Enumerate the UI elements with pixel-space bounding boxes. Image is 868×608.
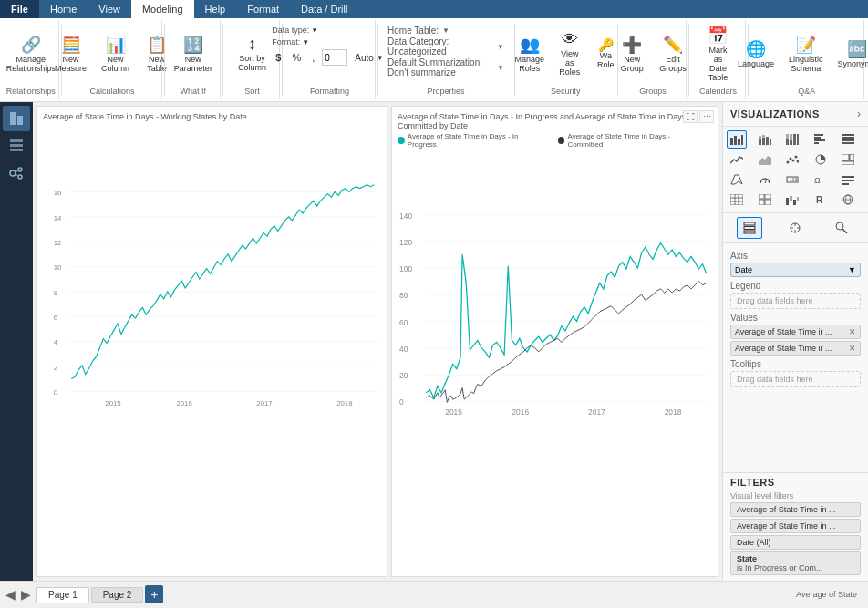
- viz-icon-hbar[interactable]: [811, 130, 831, 149]
- manage-roles-btn[interactable]: 👥 ManageRoles: [512, 33, 548, 76]
- ribbon-group-formatting: Data type: ▼ Format: ▼ $ % , Auto ▼: [284, 20, 377, 99]
- data-view-nav-btn[interactable]: [3, 133, 30, 159]
- viz-icon-treemap[interactable]: [838, 150, 858, 169]
- viz-icon-bar[interactable]: [727, 130, 747, 149]
- filter-item-date[interactable]: Date (All): [730, 535, 861, 550]
- legend-item-inprogress: Average of State Time in Days - In Progr…: [398, 132, 547, 149]
- new-group-btn[interactable]: ➕ NewGroup: [614, 33, 650, 76]
- analytics-tab-btn[interactable]: [829, 217, 854, 239]
- page-tab-2[interactable]: Page 2: [91, 587, 144, 603]
- decimal-input[interactable]: [322, 49, 347, 66]
- viz-icon-gauge[interactable]: [755, 170, 775, 189]
- data-view-icon: [9, 139, 24, 153]
- left-chart-panel: Average of State Time in Days - Working …: [36, 106, 388, 577]
- page-prev-btn[interactable]: ◀: [4, 587, 17, 602]
- divider: [222, 24, 223, 96]
- tab-help[interactable]: Help: [194, 0, 237, 18]
- viz-icon-pie[interactable]: [811, 150, 831, 169]
- svg-rect-73: [842, 137, 854, 139]
- tab-home[interactable]: Home: [39, 0, 88, 18]
- expand-chart-btn[interactable]: ⛶: [683, 110, 698, 123]
- viz-icon-area[interactable]: [755, 150, 775, 169]
- filter-item-state[interactable]: State is In Progress or Com...: [730, 551, 861, 575]
- linguistic-schema-icon: 📝: [796, 35, 816, 55]
- axis-caret: ▼: [848, 265, 856, 274]
- view-as-roles-btn[interactable]: 👁 View asRoles: [552, 28, 588, 79]
- new-parameter-btn[interactable]: 🔢 NewParameter: [169, 33, 218, 76]
- svg-rect-99: [765, 194, 771, 199]
- more-options-btn[interactable]: ⋯: [699, 110, 714, 123]
- format-tab-btn[interactable]: [782, 217, 808, 239]
- filters-section: FILTERS Visual level filters Average of …: [723, 472, 868, 581]
- edit-groups-btn[interactable]: ✏️ EditGroups: [654, 33, 692, 76]
- viz-icon-r[interactable]: R: [811, 191, 831, 209]
- svg-text:80: 80: [399, 291, 408, 300]
- viz-icon-globe[interactable]: [838, 191, 858, 209]
- ribbon-group-security: 👥 ManageRoles 👁 View asRoles 🔑 Wa Role S…: [517, 20, 615, 99]
- tab-file[interactable]: File: [0, 0, 39, 18]
- new-measure-btn[interactable]: 🧮 NewMeasure: [49, 33, 92, 76]
- viz-icon-slicer[interactable]: [838, 170, 858, 189]
- comma-btn[interactable]: ,: [308, 50, 318, 65]
- fields-tab-btn[interactable]: [737, 217, 762, 239]
- report-view-nav-btn[interactable]: [3, 106, 30, 131]
- legend-drop-zone[interactable]: Drag data fields here: [730, 293, 861, 309]
- svg-marker-76: [759, 156, 771, 165]
- language-btn[interactable]: 🌐 Language: [732, 37, 780, 71]
- viz-collapse-btn[interactable]: ›: [857, 108, 861, 120]
- sort-icon: ↕: [248, 35, 256, 54]
- page-tab-1[interactable]: Page 1: [36, 587, 89, 603]
- svg-text:4: 4: [54, 338, 58, 346]
- svg-line-8: [16, 170, 18, 172]
- page-next-btn[interactable]: ▶: [19, 587, 33, 602]
- tab-data-drill[interactable]: Data / Drill: [290, 0, 358, 18]
- synonyms-icon: 🔤: [847, 39, 867, 59]
- value-field-1[interactable]: Average of State Time ir ... ✕: [730, 325, 861, 339]
- viz-icon-100pct[interactable]: [782, 130, 802, 149]
- viz-icon-line[interactable]: [727, 150, 747, 169]
- ribbon-group-properties: Home Table: ▼ Data Category: Uncategoriz…: [380, 20, 512, 99]
- legend-item-committed: Average of State Time in Days - Committe…: [558, 132, 705, 149]
- viz-icon-map[interactable]: [727, 170, 747, 189]
- svg-text:2015: 2015: [105, 398, 121, 407]
- svg-rect-70: [814, 139, 825, 141]
- linguistic-schema-btn[interactable]: 📝 LinguisticSchema: [783, 33, 829, 76]
- ribbon-group-whatif: 🔢 NewParameter What If: [166, 20, 221, 99]
- remove-value-1-btn[interactable]: ✕: [849, 327, 856, 336]
- footer-average-label: Average of State: [796, 590, 864, 599]
- format-icon: [789, 222, 801, 234]
- percent-btn[interactable]: %: [288, 50, 305, 65]
- model-view-nav-btn[interactable]: [3, 160, 30, 186]
- viz-icon-stacked-bar[interactable]: [755, 130, 775, 149]
- synonyms-btn[interactable]: 🔤 Synonyms: [832, 37, 868, 71]
- axis-field[interactable]: Date ▼: [730, 263, 861, 277]
- sort-by-column-btn[interactable]: ↕ Sort byColumn: [232, 33, 272, 75]
- svg-point-77: [787, 160, 790, 163]
- currency-btn[interactable]: $: [272, 50, 284, 65]
- tab-format[interactable]: Format: [236, 0, 290, 18]
- svg-line-9: [16, 174, 18, 176]
- data-type-dropdown[interactable]: Data type: ▼: [272, 26, 387, 35]
- viz-icon-waterfall[interactable]: [782, 191, 802, 209]
- viz-icon-hbar2[interactable]: [838, 130, 858, 149]
- manage-relationships-icon: 🔗: [21, 35, 41, 55]
- tooltips-drop-zone[interactable]: Drag data fields here: [730, 371, 861, 387]
- viz-icon-kpi[interactable]: Ω: [811, 170, 831, 189]
- svg-rect-100: [759, 200, 764, 205]
- viz-icon-scatter[interactable]: [782, 150, 802, 169]
- viz-icon-table[interactable]: [727, 191, 747, 209]
- format-dropdown[interactable]: Format: ▼: [272, 37, 387, 46]
- svg-rect-71: [814, 142, 819, 144]
- filter-item-2[interactable]: Average of State Time in ...: [730, 519, 861, 533]
- viz-icon-matrix[interactable]: [755, 191, 775, 209]
- viz-icon-card[interactable]: 123: [782, 170, 802, 189]
- new-column-btn[interactable]: 📊 NewColumn: [96, 33, 135, 76]
- tab-view[interactable]: View: [88, 0, 131, 18]
- tab-modeling[interactable]: Modeling: [131, 0, 194, 18]
- filter-item-1[interactable]: Average of State Time in ...: [730, 502, 861, 517]
- add-page-btn[interactable]: +: [145, 585, 163, 603]
- svg-text:Ω: Ω: [814, 176, 821, 185]
- value-field-2[interactable]: Average of State Time ir ... ✕: [730, 341, 861, 356]
- remove-value-2-btn[interactable]: ✕: [849, 344, 856, 353]
- svg-rect-53: [734, 136, 737, 145]
